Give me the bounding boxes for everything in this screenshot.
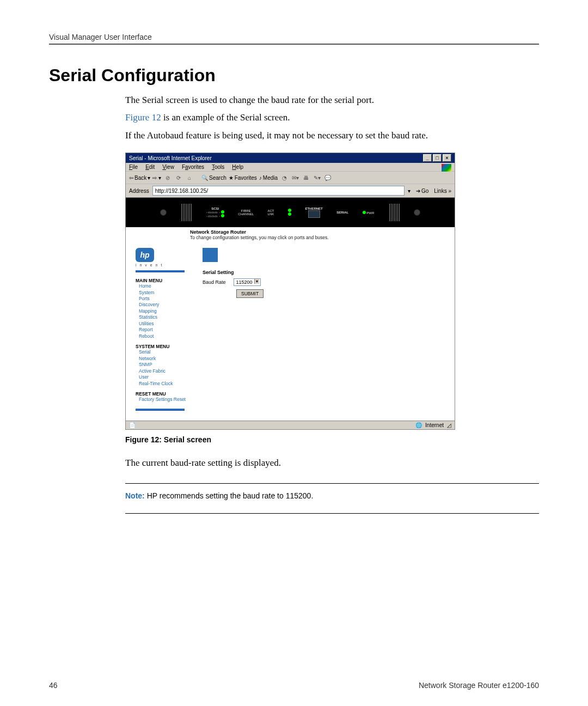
router-chassis-banner: SCSI ◦ ▭▭▭ ◦ ◦ ▭▭▭ ◦ FIBRE CHANNEL ACT L… [126, 198, 455, 227]
zone-internet-icon: 🌐 [415, 422, 422, 428]
media-button[interactable]: ♪Media [259, 175, 278, 181]
address-input[interactable]: http://192.168.100.25/ [152, 186, 405, 196]
header-swatch [203, 248, 218, 262]
nav-reset-title: RESET MENU [136, 391, 198, 397]
status-bar: 📄 🌐 Internet ◿ [126, 421, 455, 429]
nav-statistics[interactable]: Statistics [136, 314, 198, 320]
discuss-icon[interactable]: 💬 [323, 173, 332, 182]
label-fibre: FIBRE CHANNEL [238, 209, 254, 216]
menu-edit[interactable]: Edit [145, 164, 155, 170]
label-eth: ETHERNET [305, 207, 322, 210]
nav-sidebar: hp i n v e n t MAIN MENU Home System Por… [126, 246, 200, 421]
vent-lines [388, 204, 400, 221]
note-text: HP recommends setting the baud rate to 1… [145, 491, 314, 500]
nav-mapping[interactable]: Mapping [136, 308, 198, 314]
page-title: Serial Configuration [49, 65, 539, 86]
serial-form-title: Serial Setting [203, 270, 449, 275]
baud-rate-label: Baud Rate [203, 279, 226, 285]
home-icon[interactable]: ⌂ [185, 173, 194, 182]
links-button[interactable]: Links » [434, 188, 451, 194]
figure-link[interactable]: Figure 12 [125, 112, 161, 123]
window-title: Serial - Microsoft Internet Explorer [129, 155, 212, 161]
address-label: Address [129, 188, 149, 194]
nav-user[interactable]: User [136, 374, 198, 380]
nav-utilities[interactable]: Utilities [136, 321, 198, 327]
note-rule-bottom [125, 513, 539, 514]
tool-bar: ⇦ Back ▾ ⇨ ▾ ⊘ ⟳ ⌂ 🔍Search ★Favorites ♪M… [126, 172, 455, 184]
baud-rate-select[interactable]: 115200 [234, 278, 261, 286]
address-bar: Address http://192.168.100.25/ ▾ ➔Go Lin… [126, 184, 455, 198]
nav-active-fabric[interactable]: Active Fabric [136, 368, 198, 374]
vent-lines [180, 204, 192, 221]
menu-file[interactable]: File [129, 164, 138, 170]
serial-screenshot-figure: Serial - Microsoft Internet Explorer _ □… [125, 153, 455, 430]
intro-paragraph-3: If the Autobaud feature is being used, i… [49, 129, 539, 143]
nav-snmp[interactable]: SNMP [136, 362, 198, 368]
resize-grip-icon[interactable]: ◿ [447, 422, 451, 428]
maximize-icon[interactable]: □ [433, 154, 442, 162]
section-header: Visual Manager User Interface [49, 33, 539, 45]
stop-icon[interactable]: ⊘ [163, 173, 172, 182]
router-subtitle: To change configuration settings, you ma… [190, 235, 450, 240]
product-name: Network Storage Router e1200-160 [419, 681, 539, 690]
nav-ports[interactable]: Ports [136, 296, 198, 302]
nav-factory-reset[interactable]: Factory Settings Reset [136, 397, 198, 403]
windows-logo-icon [442, 164, 451, 172]
after-caption-paragraph: The current baud-rate setting is display… [49, 456, 539, 470]
address-dropdown-icon[interactable]: ▾ [408, 188, 411, 194]
close-icon[interactable]: × [443, 154, 451, 162]
status-zone: Internet [425, 422, 444, 428]
note-rule-top [125, 483, 539, 484]
search-button[interactable]: 🔍Search [201, 175, 226, 181]
screw-icon [414, 209, 420, 216]
note-label: Note: [125, 491, 145, 500]
page-number: 46 [49, 681, 58, 690]
edit-icon[interactable]: ✎▾ [313, 173, 321, 182]
menu-bar: File Edit View Favorites Tools Help [126, 163, 455, 172]
refresh-icon[interactable]: ⟳ [174, 173, 183, 182]
intro-paragraph-1: The Serial screen is used to change the … [49, 93, 539, 107]
mail-icon[interactable]: ✉▾ [291, 173, 299, 182]
go-button[interactable]: ➔Go [414, 187, 431, 194]
nav-network[interactable]: Network [136, 356, 198, 362]
label-act: ACT LNK [267, 209, 274, 216]
note-line: Note: HP recommends setting the baud rat… [125, 491, 539, 500]
forward-button[interactable]: ⇨ ▾ [152, 175, 161, 181]
hp-logo-icon: hp [136, 248, 154, 262]
window-titlebar: Serial - Microsoft Internet Explorer _ □… [126, 153, 455, 163]
label-serial: SERIAL [336, 211, 348, 214]
nav-reboot[interactable]: Reboot [136, 333, 198, 339]
status-page-icon: 📄 [129, 422, 136, 428]
invent-label: i n v e n t [136, 263, 198, 267]
nav-system[interactable]: System [136, 290, 198, 296]
screw-icon [160, 209, 167, 216]
intro-paragraph-2-rest: is an example of the Serial screen. [161, 112, 290, 123]
nav-rtc[interactable]: Real-Time Clock [136, 381, 198, 387]
sidebar-rule [136, 409, 185, 411]
menu-help[interactable]: Help [232, 164, 243, 170]
nav-discovery[interactable]: Discovery [136, 302, 198, 308]
router-title: Network Storage Router [190, 229, 450, 235]
nav-report[interactable]: Report [136, 327, 198, 333]
print-icon[interactable]: 🖶 [302, 173, 310, 182]
nav-home[interactable]: Home [136, 283, 198, 289]
nav-serial[interactable]: Serial [136, 349, 198, 355]
menu-tools[interactable]: Tools [212, 164, 224, 170]
intro-paragraph-2: Figure 12 is an example of the Serial sc… [49, 111, 539, 125]
favorites-button[interactable]: ★Favorites [229, 175, 257, 181]
back-button[interactable]: ⇦ Back ▾ [129, 175, 150, 181]
main-content: Serial Setting Baud Rate 115200 SUBMIT [200, 246, 455, 421]
menu-view[interactable]: View [162, 164, 174, 170]
history-icon[interactable]: ◔ [280, 173, 289, 182]
label-pwr: PWR [366, 211, 374, 215]
submit-button[interactable]: SUBMIT [236, 289, 264, 298]
nav-main-title: MAIN MENU [136, 278, 198, 283]
nav-system-title: SYSTEM MENU [136, 344, 198, 349]
sidebar-rule [136, 270, 185, 272]
figure-caption: Figure 12: Serial screen [125, 435, 539, 444]
menu-favorites[interactable]: Favorites [182, 164, 204, 170]
minimize-icon[interactable]: _ [423, 154, 432, 162]
